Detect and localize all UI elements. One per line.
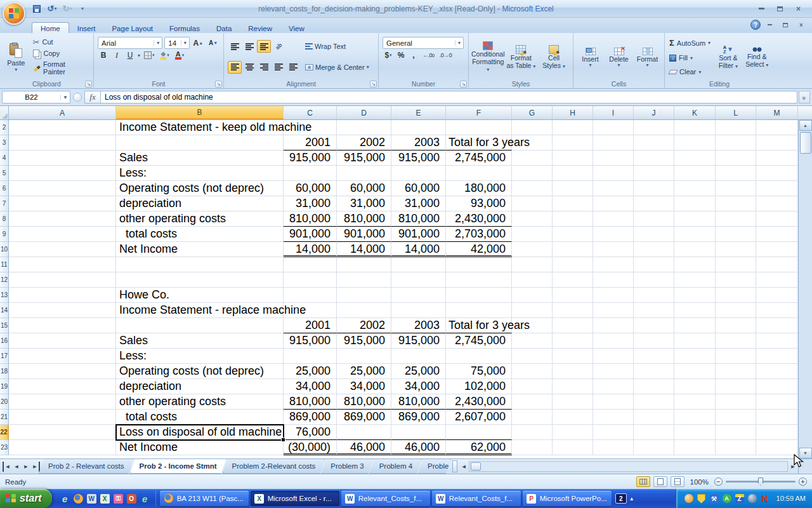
cell-M10[interactable]: [756, 242, 798, 257]
cell-J11[interactable]: [634, 257, 674, 272]
cell-I6[interactable]: [593, 181, 634, 196]
cell-L21[interactable]: [716, 410, 756, 425]
scroll-up-arrow[interactable]: ▲: [799, 120, 812, 131]
column-header-F[interactable]: F: [446, 106, 512, 119]
cell-D17[interactable]: [337, 349, 391, 364]
cell-G5[interactable]: [512, 166, 553, 181]
cell-B15[interactable]: [116, 318, 284, 333]
column-header-E[interactable]: E: [391, 106, 446, 119]
row-header-6[interactable]: 6: [0, 181, 9, 196]
cell-K15[interactable]: [674, 318, 716, 333]
explorer-icon[interactable]: e: [140, 493, 150, 504]
cell-A2[interactable]: [9, 120, 116, 135]
cell-K6[interactable]: [674, 181, 716, 196]
decrease-indent-button[interactable]: [272, 61, 285, 74]
cell-G10[interactable]: [512, 242, 553, 257]
cell-F4[interactable]: 2,745,000: [446, 150, 512, 166]
minimize-button[interactable]: [753, 3, 770, 15]
row-header-14[interactable]: 14: [0, 303, 9, 318]
cell-B2[interactable]: Income Statement - keep old machine: [116, 120, 284, 135]
vertical-scrollbar[interactable]: ▲ ▼: [798, 120, 812, 458]
column-header-J[interactable]: J: [634, 106, 674, 119]
row-header-9[interactable]: 9: [0, 227, 9, 242]
cell-L5[interactable]: [716, 166, 756, 181]
bottom-align-button[interactable]: [257, 40, 271, 53]
clear-button[interactable]: Clear▾: [667, 67, 712, 76]
horizontal-scrollbar[interactable]: [469, 461, 788, 472]
cell-I7[interactable]: [593, 196, 634, 211]
cell-J2[interactable]: [634, 120, 674, 135]
cell-J19[interactable]: [634, 379, 674, 394]
cell-C13[interactable]: [284, 288, 337, 303]
grow-font-button[interactable]: A▲: [192, 37, 205, 49]
cell-M21[interactable]: [756, 410, 798, 425]
cell-H22[interactable]: [553, 425, 593, 440]
cell-F6[interactable]: 180,000: [446, 181, 512, 196]
row-header-12[interactable]: 12: [0, 272, 9, 288]
row-header-7[interactable]: 7: [0, 196, 9, 211]
cell-G3[interactable]: [512, 135, 553, 150]
cell-I17[interactable]: [593, 349, 634, 364]
cell-C9[interactable]: 901,000: [284, 227, 337, 242]
keys-icon[interactable]: ⚿: [113, 493, 124, 504]
cell-B21[interactable]: total costs: [116, 410, 284, 425]
cell-H9[interactable]: [553, 227, 593, 242]
last-sheet-button[interactable]: ▶: [31, 462, 40, 472]
row-header-22[interactable]: 22: [0, 425, 9, 440]
zoom-slider-thumb[interactable]: [758, 478, 763, 486]
cell-H20[interactable]: [553, 394, 593, 410]
cell-H18[interactable]: [553, 364, 593, 379]
cell-L12[interactable]: [716, 272, 756, 288]
cell-D9[interactable]: 901,000: [337, 227, 391, 242]
cell-E23[interactable]: 46,000: [391, 440, 446, 455]
cell-E15[interactable]: 2003: [391, 318, 446, 333]
qat-customize-button[interactable]: ▾: [76, 3, 89, 15]
cell-K18[interactable]: [674, 364, 716, 379]
cell-H16[interactable]: [553, 333, 593, 349]
cell-E10[interactable]: 14,000: [391, 242, 446, 257]
cell-C4[interactable]: 915,000: [284, 150, 337, 166]
cell-D4[interactable]: 915,000: [337, 150, 391, 166]
grade-tray-icon[interactable]: A: [722, 493, 732, 504]
cell-E18[interactable]: 25,000: [391, 364, 446, 379]
cell-F23[interactable]: 62,000: [446, 440, 512, 455]
sheet-tab-problem-3[interactable]: Problem 3: [321, 459, 373, 474]
number-format-select[interactable]: General▾: [383, 37, 464, 49]
cell-D11[interactable]: [337, 257, 391, 272]
row-header-10[interactable]: 10: [0, 242, 9, 257]
fill-color-button[interactable]: ◆▾: [159, 50, 171, 61]
cell-G21[interactable]: [512, 410, 553, 425]
cell-E7[interactable]: 31,000: [391, 196, 446, 211]
cell-L11[interactable]: [716, 257, 756, 272]
cell-J10[interactable]: [634, 242, 674, 257]
excel-icon[interactable]: X: [100, 493, 110, 504]
cell-L16[interactable]: [716, 333, 756, 349]
row-header-19[interactable]: 19: [0, 379, 9, 394]
cell-A6[interactable]: [9, 181, 116, 196]
cell-A13[interactable]: [9, 288, 116, 303]
zonealarm-tray-icon[interactable]: Z: [735, 493, 745, 504]
cell-D2[interactable]: [337, 120, 391, 135]
cell-E2[interactable]: [391, 120, 446, 135]
cell-D13[interactable]: [337, 288, 391, 303]
cell-G9[interactable]: [512, 227, 553, 242]
cell-F17[interactable]: [446, 349, 512, 364]
cell-I21[interactable]: [593, 410, 634, 425]
cell-B8[interactable]: other operating costs: [116, 211, 284, 227]
format-painter-button[interactable]: Format Painter: [31, 60, 89, 76]
zoom-out-button[interactable]: −: [714, 478, 723, 486]
fill-button[interactable]: ↓Fill▾: [667, 53, 712, 62]
cell-I8[interactable]: [593, 211, 634, 227]
cell-G20[interactable]: [512, 394, 553, 410]
internet-explorer-icon[interactable]: e: [60, 493, 70, 504]
sheet-tab-prob-2-income-stmnt[interactable]: Prob 2 - Income Stmnt: [130, 459, 226, 474]
row-header-8[interactable]: 8: [0, 211, 9, 227]
cell-M20[interactable]: [756, 394, 798, 410]
sheet-tab-problem-4[interactable]: Problem 4: [370, 459, 422, 474]
bold-button[interactable]: B: [98, 50, 109, 61]
cell-C7[interactable]: 31,000: [284, 196, 337, 211]
shrink-font-button[interactable]: A▼: [207, 37, 219, 49]
cell-G16[interactable]: [512, 333, 553, 349]
cell-C21[interactable]: 869,000: [284, 410, 337, 425]
cell-E19[interactable]: 34,000: [391, 379, 446, 394]
